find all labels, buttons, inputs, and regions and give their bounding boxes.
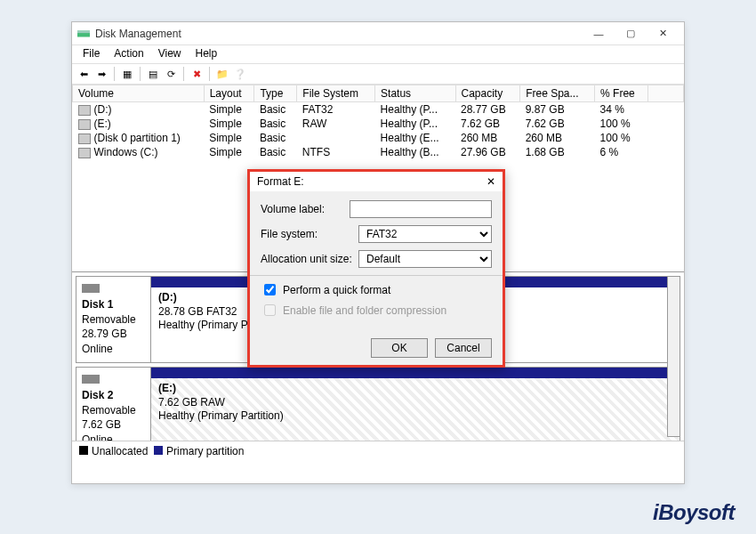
delete-icon[interactable]: ✖ [189, 66, 205, 82]
back-icon[interactable]: ⬅ [76, 66, 92, 82]
menu-help[interactable]: Help [189, 45, 225, 63]
svg-rect-3 [82, 375, 100, 384]
allocation-unit-select[interactable]: Default [358, 250, 492, 268]
cancel-button[interactable]: Cancel [435, 338, 492, 358]
col-pct[interactable]: % Free [595, 85, 648, 102]
dialog-titlebar: Format E: ✕ [250, 172, 503, 191]
compression-checkbox [264, 304, 276, 316]
col-volume[interactable]: Volume [73, 85, 205, 102]
quick-format-checkbox[interactable] [264, 284, 276, 295]
quick-format-label: Perform a quick format [283, 284, 390, 296]
col-fs[interactable]: File System [297, 85, 375, 102]
grid-icon[interactable]: ▦ [119, 66, 135, 82]
scrollbar[interactable] [667, 276, 680, 437]
refresh-icon[interactable]: ⟳ [163, 66, 179, 82]
properties-icon[interactable]: 📁 [214, 66, 230, 82]
table-row[interactable]: (E:)SimpleBasicRAWHealthy (P...7.62 GB7.… [73, 117, 684, 131]
compression-label: Enable file and folder compression [283, 304, 446, 317]
legend-unallocated-swatch [79, 446, 88, 455]
maximize-button[interactable]: ▢ [615, 24, 647, 44]
minimize-button[interactable]: — [583, 24, 615, 44]
separator [140, 67, 141, 81]
dialog-close-icon[interactable]: ✕ [487, 175, 495, 188]
disk1-label: Disk 1 Removable 28.79 GB Online [76, 277, 151, 362]
col-type[interactable]: Type [254, 85, 297, 102]
table-row[interactable]: Windows (C:)SimpleBasicNTFSHealthy (B...… [73, 145, 684, 159]
disk2-label: Disk 2 Removable 7.62 GB Online [76, 368, 151, 441]
svg-rect-1 [77, 30, 90, 33]
col-status[interactable]: Status [375, 85, 455, 102]
list-icon[interactable]: ▤ [145, 66, 161, 82]
table-row[interactable]: (D:)SimpleBasicFAT32Healthy (P...28.77 G… [73, 102, 684, 117]
volume-label-label: Volume label: [261, 203, 350, 215]
separator [183, 67, 184, 81]
window-title: Disk Management [95, 28, 583, 40]
dialog-title: Format E: [257, 175, 487, 188]
menu-file[interactable]: File [76, 45, 107, 63]
col-blank [648, 85, 684, 102]
menu-action[interactable]: Action [107, 45, 150, 63]
toolbar: ⬅ ➡ ▦ ▤ ⟳ ✖ 📁 ❔ [72, 63, 684, 85]
disk2-partition[interactable]: (E:) 7.62 GB RAW Healthy (Primary Partit… [151, 368, 680, 441]
volume-label-input[interactable] [350, 200, 492, 218]
format-dialog: Format E: ✕ Volume label: File system: F… [247, 169, 505, 368]
volume-table: Volume Layout Type File System Status Ca… [72, 85, 684, 159]
menu-view[interactable]: View [151, 45, 189, 63]
menubar: File Action View Help [72, 45, 684, 63]
help-icon[interactable]: ❔ [232, 66, 248, 82]
disk2-row[interactable]: Disk 2 Removable 7.62 GB Online (E:) 7.6… [76, 367, 680, 441]
col-free[interactable]: Free Spa... [520, 85, 595, 102]
table-row[interactable]: (Disk 0 partition 1)SimpleBasicHealthy (… [73, 131, 684, 145]
forward-icon[interactable]: ➡ [93, 66, 109, 82]
col-layout[interactable]: Layout [204, 85, 254, 102]
ok-button[interactable]: OK [371, 338, 428, 358]
close-button[interactable]: ✕ [647, 24, 679, 44]
titlebar: Disk Management — ▢ ✕ [72, 22, 684, 45]
file-system-select[interactable]: FAT32 [358, 225, 492, 243]
col-capacity[interactable]: Capacity [455, 85, 520, 102]
file-system-label: File system: [261, 228, 358, 240]
app-icon [77, 28, 90, 40]
legend: Unallocated Primary partition [72, 441, 684, 461]
disk-icon [82, 375, 100, 384]
watermark: iBoysoft [653, 500, 735, 525]
disk-icon [82, 284, 100, 293]
separator [114, 67, 115, 81]
svg-rect-2 [82, 284, 100, 293]
partition-stripe [151, 368, 680, 378]
legend-primary-swatch [154, 446, 163, 455]
separator [209, 67, 210, 81]
allocation-unit-label: Allocation unit size: [261, 253, 358, 265]
